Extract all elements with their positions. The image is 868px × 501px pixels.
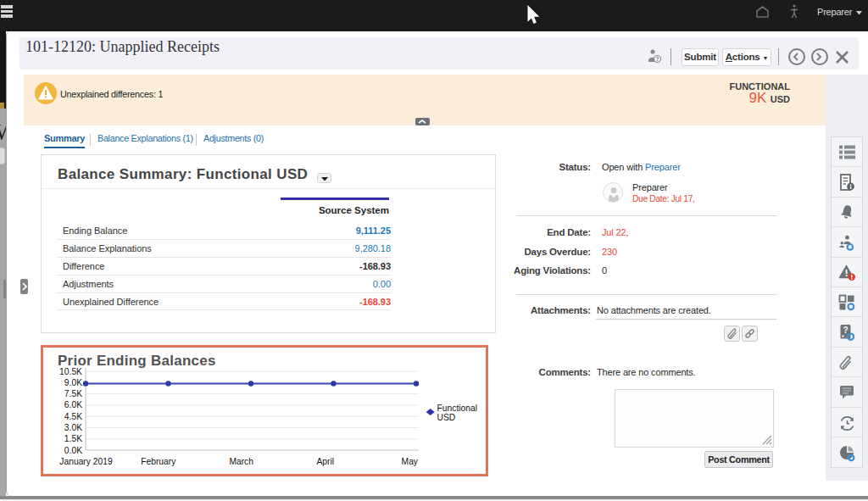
svg-text:1.5K: 1.5K <box>64 434 82 443</box>
svg-text:7.5K: 7.5K <box>64 389 82 398</box>
svg-text:6.0K: 6.0K <box>64 400 82 409</box>
svg-text:Functional: Functional <box>437 403 478 412</box>
svg-text:9.0K: 9.0K <box>64 377 82 387</box>
svg-text:May: May <box>402 456 419 465</box>
svg-text:USD: USD <box>437 412 456 421</box>
svg-text:February: February <box>141 456 176 465</box>
svg-text:?: ? <box>656 56 659 62</box>
svg-text:April: April <box>316 456 334 465</box>
svg-text:0.0K: 0.0K <box>64 445 82 454</box>
svg-text:4.5K: 4.5K <box>64 411 82 420</box>
svg-text:3.0K: 3.0K <box>64 423 82 432</box>
svg-text:January 2019: January 2019 <box>59 456 113 465</box>
svg-text:?: ? <box>843 326 848 335</box>
svg-text:10.5K: 10.5K <box>59 366 82 376</box>
svg-text:March: March <box>229 456 253 465</box>
